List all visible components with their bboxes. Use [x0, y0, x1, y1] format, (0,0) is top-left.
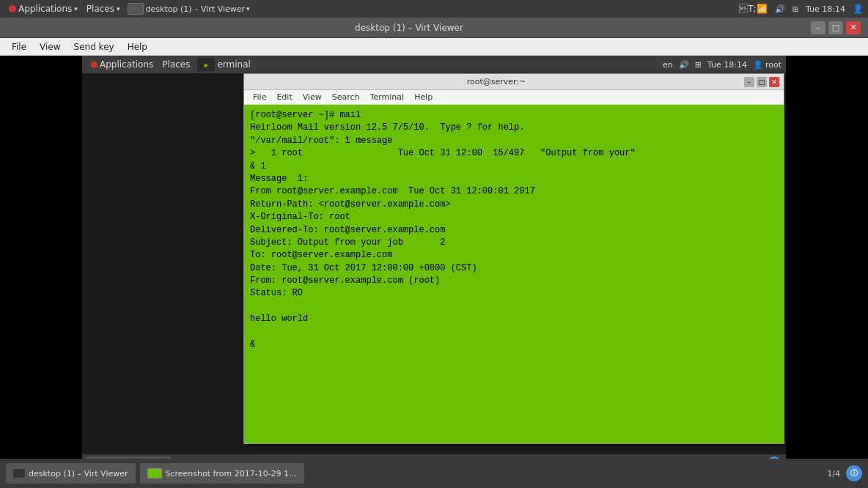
terminal-close-btn[interactable]: ✕ [769, 77, 779, 87]
host-desktop: Applications ▾ Places ▾ desktop (1) – Vi… [0, 0, 868, 488]
vm-top-panel: Applications Places ▶ erminal en [82, 56, 786, 73]
host-places-menu[interactable]: Places ▾ [82, 4, 125, 14]
wifi-icon: T;📶 [739, 4, 767, 14]
vm-network-icon: ⊞ [695, 60, 702, 70]
vm-terminal-panel-icon[interactable]: ▶ [197, 58, 215, 71]
terminal-minimize-btn[interactable]: – [744, 77, 754, 87]
host-places-chevron: ▾ [117, 5, 120, 12]
host-desktop-label: desktop (1) – Virt Viewer [146, 4, 246, 14]
host-places-label: Places [87, 4, 114, 14]
display-icon: ⊞ [792, 5, 798, 13]
vm-terminal-icon-glyph: ▶ [204, 61, 208, 69]
terminal-menu-terminal[interactable]: Terminal [366, 92, 409, 103]
host-time: Tue 18:14 [806, 4, 845, 14]
window-controls: – □ ✕ [811, 21, 861, 34]
host-panel-left: Applications ▾ Places ▾ desktop (1) – Vi… [4, 3, 253, 15]
terminal-titlebar: root@server:~ – □ ✕ [244, 74, 784, 90]
host-app-chevron: ▾ [74, 5, 78, 12]
vm-lang: en [663, 60, 673, 70]
host-virt-label: desktop (1) – Virt Viewer [29, 469, 128, 478]
terminal-content[interactable]: [root@server ~]# mail Heirloom Mail vers… [244, 105, 784, 443]
host-screenshot-label: Screenshot from 2017-10-29 1... [166, 469, 297, 478]
host-virt-icon [13, 469, 25, 478]
menu-view[interactable]: View [34, 40, 66, 53]
host-pager-text: 1/4 [827, 469, 840, 478]
terminal-win-controls: – □ ✕ [744, 77, 779, 87]
host-bottom-taskbar: desktop (1) – Virt Viewer Screenshot fro… [0, 459, 868, 488]
vm-applications-menu[interactable]: Applications [87, 59, 158, 70]
close-button[interactable]: ✕ [846, 21, 861, 34]
vm-applications-label: Applications [100, 59, 153, 70]
host-desktop-icon [128, 3, 144, 15]
vm-app-dot [91, 62, 98, 68]
host-taskbar-screenshot[interactable]: Screenshot from 2017-10-29 1... [140, 463, 304, 484]
virt-viewer-title-text: desktop (1) – Virt Viewer [7, 23, 811, 33]
minimize-button[interactable]: – [811, 21, 825, 34]
vm-user-area[interactable]: 👤 root [753, 60, 781, 70]
vm-content: Applications Places ▶ erminal en [82, 56, 786, 473]
menu-help[interactable]: Help [122, 40, 153, 53]
vm-user-icon: 👤 [753, 60, 763, 70]
host-top-panel: Applications ▾ Places ▾ desktop (1) – Vi… [0, 0, 868, 18]
terminal-menu-help[interactable]: Help [410, 92, 437, 103]
host-pager-badge[interactable]: ⓘ [846, 465, 862, 481]
maximize-button[interactable]: □ [828, 21, 843, 34]
vm-user-name: root [765, 60, 781, 70]
host-user-icon: 👤 [853, 4, 864, 14]
terminal-window: root@server:~ – □ ✕ File Edit View Searc… [243, 73, 784, 444]
virt-viewer-titlebar: desktop (1) – Virt Viewer – □ ✕ [0, 18, 868, 38]
terminal-menu-edit[interactable]: Edit [272, 92, 296, 103]
menu-send-key[interactable]: Send key [68, 40, 120, 53]
terminal-menubar: File Edit View Search Terminal Help [244, 90, 784, 105]
vm-panel-left: Applications Places ▶ erminal [87, 58, 251, 71]
virt-viewer-menubar: File View Send key Help [0, 38, 868, 56]
vm-terminal-panel-label: erminal [217, 59, 250, 70]
host-app-dot [9, 5, 16, 12]
host-desktop-thumbnail[interactable]: desktop (1) – Virt Viewer ▾ [125, 3, 253, 15]
host-desktop-chevron: ▾ [246, 5, 250, 12]
host-panel-right: T;📶 🔊 ⊞ Tue 18:14 👤 [739, 4, 864, 14]
terminal-maximize-btn[interactable]: □ [757, 77, 767, 87]
host-taskbar-virt-viewer[interactable]: desktop (1) – Virt Viewer [6, 463, 136, 484]
vm-places-menu[interactable]: Places [158, 59, 194, 70]
screenshot-thumb-icon [147, 468, 162, 478]
vm-places-label: Places [162, 59, 190, 70]
terminal-menu-search[interactable]: Search [328, 92, 364, 103]
host-applications-menu[interactable]: Applications ▾ [4, 4, 82, 14]
menu-file[interactable]: File [6, 40, 32, 53]
host-taskbar-right: 1/4 ⓘ [827, 465, 862, 481]
terminal-title-text: root@server:~ [249, 77, 744, 86]
vm-time: Tue 18:14 [707, 60, 747, 70]
virt-viewer-window: Applications ▾ Places ▾ desktop (1) – Vi… [0, 0, 868, 488]
terminal-menu-view[interactable]: View [298, 92, 326, 103]
vm-display-area: Applications Places ▶ erminal en [0, 56, 868, 459]
host-applications-label: Applications [18, 4, 72, 14]
vm-volume-icon: 🔊 [679, 60, 689, 70]
volume-icon: 🔊 [775, 4, 785, 14]
terminal-menu-file[interactable]: File [249, 92, 271, 103]
vm-panel-right: en 🔊 ⊞ Tue 18:14 👤 root [663, 60, 781, 70]
